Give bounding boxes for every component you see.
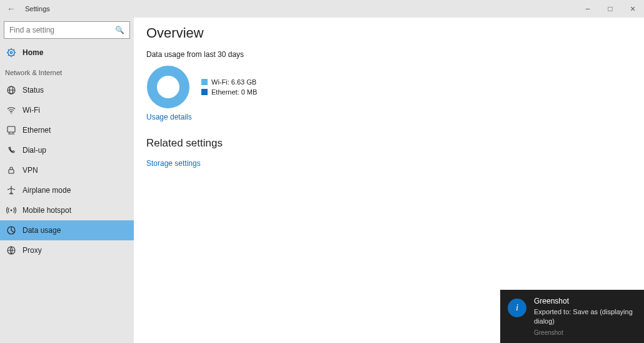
sidebar-item-wifi[interactable]: Wi-Fi xyxy=(0,100,134,120)
nav-label: Ethernet xyxy=(23,126,51,135)
vpn-icon xyxy=(6,165,16,175)
status-icon xyxy=(6,85,16,95)
svg-point-18 xyxy=(152,71,184,103)
nav-label: VPN xyxy=(23,166,38,175)
svg-point-0 xyxy=(8,49,14,56)
nav-label: Dial-up xyxy=(23,146,46,155)
legend-item-ethernet: Ethernet: 0 MB xyxy=(201,88,257,96)
svg-point-12 xyxy=(11,113,12,114)
back-button[interactable]: ← xyxy=(0,4,23,14)
svg-line-6 xyxy=(8,49,9,50)
search-icon: 🔍 xyxy=(115,26,124,34)
toast-source: Greenshot xyxy=(534,329,636,337)
maximize-button[interactable]: □ xyxy=(599,4,621,13)
nav-label: Mobile hotspot xyxy=(23,206,71,215)
chart-legend: Wi-Fi: 6.63 GB Ethernet: 0 MB xyxy=(201,76,257,98)
minimize-button[interactable]: – xyxy=(576,4,599,13)
sidebar-item-airplane[interactable]: Airplane mode xyxy=(0,180,134,200)
legend-item-wifi: Wi-Fi: 6.63 GB xyxy=(201,78,257,86)
svg-point-15 xyxy=(11,210,13,212)
related-heading: Related settings xyxy=(146,137,631,150)
nav-label: Data usage xyxy=(23,226,61,235)
sidebar-item-vpn[interactable]: VPN xyxy=(0,160,134,180)
gear-icon xyxy=(6,48,16,58)
svg-point-1 xyxy=(10,51,12,53)
window-title: Settings xyxy=(25,5,50,13)
svg-line-7 xyxy=(14,55,14,56)
dialup-icon xyxy=(6,145,16,155)
sidebar-item-ethernet[interactable]: Ethernet xyxy=(0,120,134,140)
svg-line-8 xyxy=(8,55,9,56)
close-button[interactable]: × xyxy=(621,4,644,14)
category-header: Network & Internet xyxy=(0,63,134,80)
legend-swatch xyxy=(201,79,208,85)
nav-label: Wi-Fi xyxy=(23,106,40,115)
toast-body: Exported to: Save as (displaying dialog) xyxy=(534,307,636,326)
legend-label: Wi-Fi: 6.63 GB xyxy=(211,78,256,86)
notification-toast[interactable]: i Greenshot Exported to: Save as (displa… xyxy=(500,290,644,343)
sidebar-item-proxy[interactable]: Proxy xyxy=(0,240,134,260)
toast-title: Greenshot xyxy=(534,296,636,306)
sidebar: 🔍 Home Network & Internet Status Wi-Fi xyxy=(0,18,134,343)
usage-desc: Data usage from last 30 days xyxy=(146,50,631,59)
info-icon: i xyxy=(508,299,526,317)
proxy-icon xyxy=(6,245,16,255)
page-heading: Overview xyxy=(146,25,631,41)
search-box[interactable]: 🔍 xyxy=(4,21,130,39)
home-nav[interactable]: Home xyxy=(0,43,134,63)
home-label: Home xyxy=(23,48,43,57)
nav-label: Airplane mode xyxy=(23,186,71,195)
ethernet-icon xyxy=(6,125,16,135)
nav-label: Status xyxy=(23,86,44,95)
usage-donut-chart xyxy=(146,65,190,109)
airplane-icon xyxy=(6,185,16,195)
usage-details-link[interactable]: Usage details xyxy=(146,113,192,121)
search-input[interactable] xyxy=(9,26,115,34)
titlebar: ← Settings – □ × xyxy=(0,0,644,18)
sidebar-item-dialup[interactable]: Dial-up xyxy=(0,140,134,160)
svg-rect-14 xyxy=(9,170,14,173)
sidebar-item-hotspot[interactable]: Mobile hotspot xyxy=(0,200,134,220)
nav-label: Proxy xyxy=(23,246,42,255)
datausage-icon xyxy=(6,225,16,235)
svg-line-9 xyxy=(14,49,14,50)
storage-settings-link[interactable]: Storage settings xyxy=(146,159,201,168)
hotspot-icon xyxy=(6,205,16,215)
sidebar-item-datausage[interactable]: Data usage xyxy=(0,220,134,240)
legend-label: Ethernet: 0 MB xyxy=(211,88,257,96)
wifi-icon xyxy=(6,105,16,115)
sidebar-item-status[interactable]: Status xyxy=(0,80,134,100)
legend-swatch xyxy=(201,89,208,95)
svg-rect-13 xyxy=(8,126,15,132)
